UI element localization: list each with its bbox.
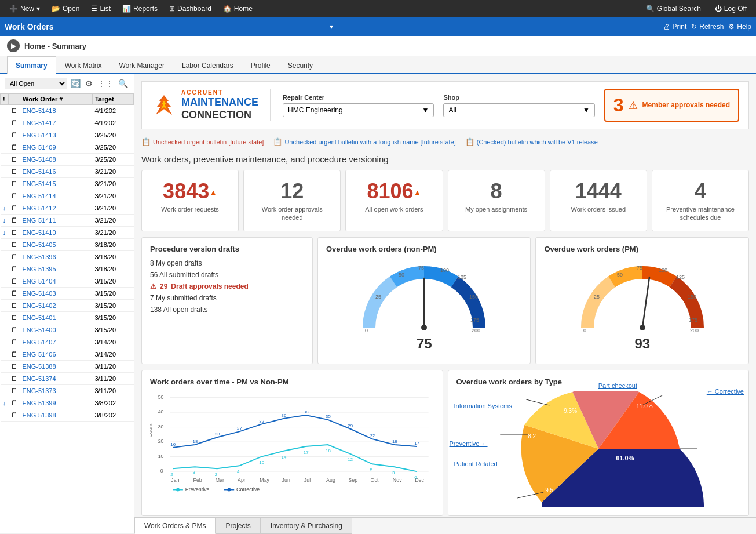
table-row[interactable]: 🗒 ENG-51401 3/15/20 <box>1 312 134 324</box>
bottom-tab-work-orders-&-pms[interactable]: Work Orders & PMs <box>134 518 216 533</box>
row-wo-number: ENG-51402 <box>20 300 93 312</box>
table-row[interactable]: 🗒 ENG-51414 3/21/20 <box>1 190 134 202</box>
table-row[interactable]: ↓ 🗒 ENG-51399 3/8/202 <box>1 397 134 409</box>
table-row[interactable]: 🗒 ENG-51416 3/21/20 <box>1 166 134 178</box>
repair-center-value: HMC Engineering <box>288 106 343 114</box>
svg-text:8.2: 8.2 <box>528 433 536 439</box>
filter-select[interactable]: All Open <box>5 78 67 89</box>
svg-text:16: 16 <box>170 442 176 447</box>
stat-card[interactable]: 1444 Work orders issued <box>550 170 647 231</box>
bottom-tab-inventory-&-purchasing[interactable]: Inventory & Purchasing <box>261 518 352 533</box>
logo-area: ACCRUENT MAINTENANCE CONNECTION <box>151 89 271 121</box>
sidebar: All Open 🔄 ⚙ ⋮⋮ 🔍 ! Work Order # Target … <box>0 74 134 533</box>
refresh-button[interactable]: ↻ Refresh <box>691 23 724 31</box>
procedure-item[interactable]: ⚠ 29 Draft approvals needed <box>150 282 304 290</box>
pie-legend-infosys[interactable]: Information Systems <box>454 402 512 409</box>
tab-work-manager[interactable]: Work Manager <box>110 56 173 74</box>
table-row[interactable]: 🗒 ENG-51407 3/14/20 <box>1 336 134 348</box>
row-icon: 🗒 <box>9 300 20 312</box>
row-arrow <box>1 105 9 117</box>
table-row[interactable]: ↓ 🗒 ENG-51412 3/21/20 <box>1 202 134 215</box>
table-row[interactable]: 🗒 ENG-51408 3/25/20 <box>1 154 134 166</box>
shop-select[interactable]: All ▼ <box>443 103 594 117</box>
main-layout: All Open 🔄 ⚙ ⋮⋮ 🔍 ! Work Order # Target … <box>0 74 756 533</box>
columns-icon[interactable]: ⋮⋮ <box>96 78 115 89</box>
table-row[interactable]: 🗒 ENG-51406 3/14/20 <box>1 348 134 361</box>
table-row[interactable]: 🗒 ENG-51396 3/18/20 <box>1 251 134 263</box>
svg-text:0: 0 <box>583 328 586 333</box>
global-search-button[interactable]: 🔍 Global Search <box>641 3 706 14</box>
pie-legend-preventive[interactable]: Preventive ← <box>450 440 488 447</box>
bottom-tab-projects[interactable]: Projects <box>216 518 260 533</box>
tab-profile[interactable]: Profile <box>242 56 279 74</box>
pie-legend-patient[interactable]: Patient Related <box>454 460 498 467</box>
stat-card[interactable]: 4 Preventive maintenance schedules due <box>652 170 749 231</box>
dashboard-button[interactable]: ⊞ Dashboard <box>165 3 216 14</box>
overdue-pm-title: Overdue work orders (PM) <box>544 245 740 253</box>
table-row[interactable]: 🗒 ENG-51400 3/15/20 <box>1 324 134 336</box>
row-wo-number: ENG-51417 <box>20 117 93 129</box>
row-wo-number: ENG-51374 <box>20 373 93 385</box>
refresh-list-icon[interactable]: 🔄 <box>70 78 82 89</box>
stat-label: Work orders issued <box>557 205 640 213</box>
stat-card[interactable]: 3843▲ Work order requests <box>141 170 239 231</box>
table-row[interactable]: 🗒 ENG-51418 4/1/202 <box>1 105 134 117</box>
pie-legend-partcheckout[interactable]: Part checkout <box>598 382 637 389</box>
bulletin-item[interactable]: 📋Unchecked urgent bulletin [future state… <box>141 137 264 146</box>
title-dropdown-icon[interactable]: ▾ <box>330 23 333 31</box>
svg-text:125: 125 <box>458 274 466 280</box>
table-row[interactable]: ↓ 🗒 ENG-51410 3/21/20 <box>1 227 134 239</box>
stat-card[interactable]: 12 Work order approvals needed <box>243 170 341 231</box>
row-target: 3/15/20 <box>92 300 133 312</box>
bulletin-item[interactable]: 📋(Checked) bulletin which will be V1 rel… <box>465 137 598 146</box>
open-button[interactable]: 📂 Open <box>47 3 84 14</box>
bottom-row: Work orders over time - PM vs Non-PM 50 … <box>141 370 749 516</box>
tab-labor-calendars[interactable]: Labor Calendars <box>173 56 242 74</box>
table-row[interactable]: 🗒 ENG-51415 3/21/20 <box>1 178 134 190</box>
table-row[interactable]: 🗒 ENG-51409 3/25/20 <box>1 141 134 154</box>
home-button[interactable]: 🏠 Home <box>218 3 257 14</box>
tab-work-matrix[interactable]: Work Matrix <box>56 56 111 74</box>
print-button[interactable]: 🖨 Print <box>663 23 687 31</box>
tab-security[interactable]: Security <box>279 56 322 74</box>
proc-num: 138 <box>150 306 162 314</box>
line-chart-card: Work orders over time - PM vs Non-PM 50 … <box>141 370 443 516</box>
overdue-nonpm-card: Overdue work orders (non-PM) 0 25 50 <box>317 237 531 364</box>
table-row[interactable]: 🗒 ENG-51413 3/25/20 <box>1 129 134 141</box>
new-button[interactable]: ➕ New ▾ <box>5 3 45 14</box>
draft-approvals-link[interactable]: Draft approvals needed <box>171 282 248 290</box>
bulletin-item[interactable]: 📋Unchecked urgent bulletin with a long-i… <box>273 137 455 146</box>
stat-card[interactable]: 8106▲ All open work orders <box>345 170 443 231</box>
reports-button[interactable]: 📊 Reports <box>118 3 162 14</box>
stat-card[interactable]: 8 My open assignments <box>448 170 545 231</box>
filter-icon[interactable]: ⚙ <box>84 78 94 89</box>
table-row[interactable]: 🗒 ENG-51403 3/15/20 <box>1 288 134 300</box>
tab-summary[interactable]: Summary <box>7 56 56 74</box>
svg-text:40: 40 <box>158 409 164 415</box>
svg-text:2: 2 <box>215 472 217 477</box>
table-row[interactable]: 🗒 ENG-51404 3/15/20 <box>1 275 134 288</box>
table-row[interactable]: 🗒 ENG-51417 4/1/202 <box>1 117 134 129</box>
table-row[interactable]: 🗒 ENG-51398 3/8/202 <box>1 409 134 422</box>
list-button[interactable]: ☰ List <box>86 3 115 14</box>
help-button[interactable]: ⚙ Help <box>728 23 751 31</box>
svg-text:50: 50 <box>158 394 164 400</box>
table-row[interactable]: 🗒 ENG-51405 3/18/20 <box>1 239 134 251</box>
table-row[interactable]: 🗒 ENG-51374 3/11/20 <box>1 373 134 385</box>
nav-arrow-button[interactable]: ▶ <box>7 39 20 52</box>
row-arrow <box>1 154 9 166</box>
overdue-nonpm-title: Overdue work orders (non-PM) <box>326 245 523 253</box>
row-arrow <box>1 312 9 324</box>
pie-legend-corrective[interactable]: ← Corrective <box>707 388 744 395</box>
table-row[interactable]: 🗒 ENG-51395 3/18/20 <box>1 263 134 275</box>
home-icon: 🏠 <box>223 5 232 13</box>
table-row[interactable]: 🗒 ENG-51402 3/15/20 <box>1 300 134 312</box>
search-sidebar-icon[interactable]: 🔍 <box>117 78 129 89</box>
logoff-button[interactable]: ⏻ Log Off <box>710 3 751 14</box>
row-icon: 🗒 <box>9 251 20 263</box>
table-row[interactable]: 🗒 ENG-51388 3/11/20 <box>1 361 134 373</box>
approvals-box[interactable]: 3 ⚠ Member approvals needed <box>604 89 739 122</box>
table-row[interactable]: ↓ 🗒 ENG-51411 3/21/20 <box>1 215 134 227</box>
table-row[interactable]: 🗒 ENG-51373 3/11/20 <box>1 385 134 397</box>
repair-center-select[interactable]: HMC Engineering ▼ <box>283 103 434 117</box>
